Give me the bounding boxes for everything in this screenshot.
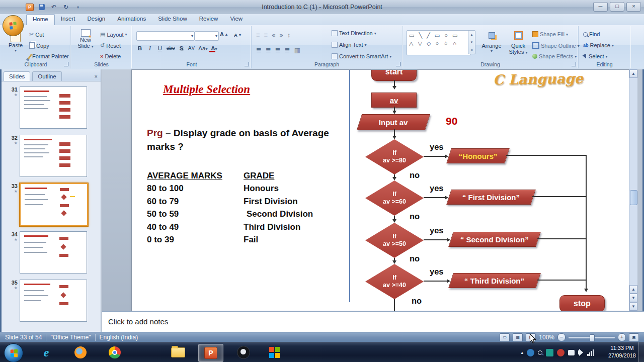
underline-button[interactable]: U xyxy=(155,45,165,51)
text-shadow-button[interactable]: S xyxy=(177,45,186,51)
taskbar-file-explorer[interactable] xyxy=(166,344,190,361)
find-button[interactable]: Find xyxy=(583,31,600,37)
taskbar-media-app[interactable] xyxy=(263,344,287,361)
zoom-out-button[interactable]: − xyxy=(557,333,566,341)
show-hidden-icons-button[interactable]: ▴ xyxy=(521,350,523,355)
normal-view-button[interactable]: ▭ xyxy=(500,333,510,342)
previous-slide-button[interactable]: ▲ xyxy=(629,285,637,294)
quick-styles-button[interactable]: Quick Styles ▾ xyxy=(506,30,530,55)
title-bar[interactable]: P ↶ ↻ ▾ Introduction to C (1) - Microsof… xyxy=(0,0,644,15)
thumbnail-preview[interactable] xyxy=(20,231,87,274)
language-indicator[interactable]: English (India) xyxy=(100,334,138,341)
input-value-annotation[interactable]: 90 xyxy=(446,115,457,127)
taskbar-clock[interactable]: 11:33 PM 27/09/2018 xyxy=(608,344,636,359)
tab-insert[interactable]: Insert xyxy=(55,14,82,25)
office-button[interactable] xyxy=(3,15,24,36)
flow-decision-4[interactable]: Ifav >=40 xyxy=(365,264,424,299)
line-spacing-button[interactable]: ↕ xyxy=(287,31,291,39)
shapes-gallery-scroll[interactable]: ▴ ▾ ≡ xyxy=(468,30,475,54)
tray-icon-blue[interactable] xyxy=(527,349,534,356)
scroll-up-button[interactable]: ▲ xyxy=(629,69,637,78)
vertical-scrollbar[interactable]: ▲ ▲ ▼ ▼ xyxy=(629,69,637,311)
bullets-button[interactable]: ≡ xyxy=(256,31,260,39)
tab-design[interactable]: Design xyxy=(81,14,111,25)
select-button[interactable]: Select▾ xyxy=(583,53,608,59)
slide-thumbnail-34[interactable]: 34★ xyxy=(6,231,101,276)
grow-font-button[interactable]: A▴ xyxy=(220,31,227,37)
notes-pane[interactable]: Click to add notes xyxy=(102,311,644,332)
character-spacing-button[interactable]: AV xyxy=(187,45,197,51)
theme-indicator[interactable]: "Office Theme" xyxy=(50,334,91,341)
tab-view[interactable]: View xyxy=(224,14,249,25)
thumbnail-preview[interactable] xyxy=(20,183,88,226)
cut-button[interactable]: ✂Cut xyxy=(29,31,44,38)
gallery-more-icon[interactable]: ≡ xyxy=(470,48,472,52)
minimize-button[interactable]: ─ xyxy=(593,2,608,12)
taskbar-obs[interactable] xyxy=(231,344,256,361)
slide[interactable]: C Language Multiple Selection Prg – Disp… xyxy=(131,69,630,311)
grade-table[interactable]: AVERAGE MARKSGRADE 80 to 100Honours 60 t… xyxy=(147,169,348,246)
gallery-up-icon[interactable]: ▴ xyxy=(471,33,473,37)
bold-button[interactable]: B xyxy=(135,45,144,51)
convert-to-smartart-button[interactable]: Convert to SmartArt▾ xyxy=(332,53,391,59)
gallery-down-icon[interactable]: ▾ xyxy=(471,40,473,44)
columns-button[interactable]: ▥ xyxy=(294,46,300,54)
shapes-gallery[interactable]: ▭ ╲ ╱ ▭ ○ ▭ △ ▽ ◇ ○ ☆ ⌂ xyxy=(407,30,471,55)
slide-question-text[interactable]: Prg – Display grade on basis of Average … xyxy=(147,126,346,153)
copy-button[interactable]: Copy xyxy=(29,42,49,49)
strikethrough-button[interactable]: abe xyxy=(166,45,176,51)
arrange-button[interactable]: Arrange ▾ xyxy=(479,30,504,53)
zoom-in-button[interactable]: + xyxy=(618,333,626,341)
tray-icon-teal[interactable] xyxy=(546,349,553,356)
format-painter-button[interactable]: Format Painter xyxy=(29,53,69,59)
slide-title[interactable]: Multiple Selection xyxy=(163,83,250,96)
italic-button[interactable]: I xyxy=(145,45,154,51)
tab-animations[interactable]: Animations xyxy=(111,14,152,25)
font-name-combobox[interactable]: ▾ xyxy=(136,31,195,41)
shape-outline-button[interactable]: Shape Outline▾ xyxy=(532,42,580,49)
tab-slides[interactable]: Slides xyxy=(4,71,30,81)
flow-result-first-division[interactable]: “ First Division” xyxy=(446,190,536,205)
layout-button[interactable]: ▤Layout▾ xyxy=(100,31,127,38)
clipboard-dialog-launcher[interactable] xyxy=(64,62,68,66)
font-dialog-launcher[interactable] xyxy=(245,62,249,66)
flow-result-honours[interactable]: “Honours” xyxy=(446,148,510,163)
notes-placeholder[interactable]: Click to add notes xyxy=(108,317,168,326)
network-icon[interactable] xyxy=(587,349,594,356)
tab-home[interactable]: Home xyxy=(26,14,55,26)
increase-indent-button[interactable]: » xyxy=(279,31,283,39)
slide-thumbnail-35[interactable]: 35★ xyxy=(6,280,101,324)
scroll-down-button[interactable]: ▼ xyxy=(629,302,637,311)
tray-search-icon[interactable] xyxy=(538,350,542,355)
reset-button[interactable]: ↺Reset xyxy=(100,42,121,49)
numbering-button[interactable]: ≡ xyxy=(264,31,268,39)
tab-slide-show[interactable]: Slide Show xyxy=(152,14,193,25)
zoom-slider[interactable] xyxy=(569,337,615,338)
tab-outline[interactable]: Outline xyxy=(32,71,61,81)
shape-effects-button[interactable]: Shape Effects▾ xyxy=(532,53,577,59)
flow-stop-shape[interactable]: stop xyxy=(559,295,605,311)
drawing-dialog-launcher[interactable] xyxy=(572,62,576,66)
scrollbar-thumb[interactable] xyxy=(630,190,637,205)
thumbnail-preview[interactable] xyxy=(20,86,87,129)
font-color-button[interactable]: A▾ xyxy=(209,45,218,51)
flow-decision-1[interactable]: Ifav >=80 xyxy=(365,139,424,174)
next-slide-button[interactable]: ▼ xyxy=(629,294,637,302)
paragraph-dialog-launcher[interactable] xyxy=(396,62,400,66)
flow-decision-2[interactable]: Ifav >=60 xyxy=(365,180,424,216)
font-size-combobox[interactable]: ▾ xyxy=(195,31,219,41)
decrease-indent-button[interactable]: « xyxy=(272,31,275,39)
align-center-button[interactable]: ≣ xyxy=(266,46,271,54)
justify-button[interactable]: ≣ xyxy=(285,46,290,54)
delete-button[interactable]: ×Delete xyxy=(100,53,121,59)
slide-thumbnail-32[interactable]: 32★ xyxy=(6,135,101,179)
flow-declare-shape[interactable]: av xyxy=(371,93,417,108)
flow-start-shape[interactable]: start xyxy=(371,69,417,81)
close-panel-icon[interactable]: × xyxy=(95,73,98,79)
shrink-font-button[interactable]: A▾ xyxy=(234,32,241,38)
show-desktop-button[interactable] xyxy=(638,342,644,362)
text-direction-button[interactable]: Text Direction▾ xyxy=(332,30,376,36)
close-button[interactable]: × xyxy=(626,2,641,12)
shape-fill-button[interactable]: Shape Fill▾ xyxy=(532,31,568,37)
maximize-button[interactable]: □ xyxy=(610,2,624,12)
